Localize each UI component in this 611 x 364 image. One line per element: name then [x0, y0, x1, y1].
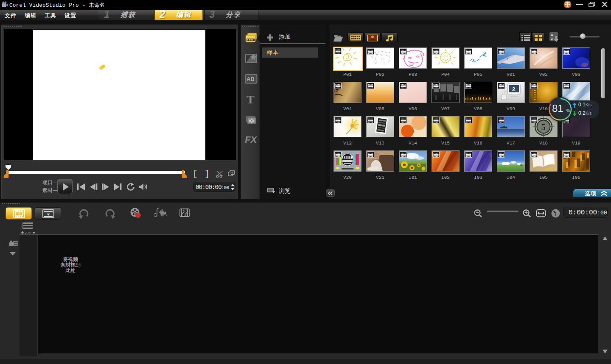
svg-text:Z: Z	[551, 37, 553, 41]
svg-text:AB: AB	[247, 76, 255, 82]
svg-text:A: A	[551, 33, 553, 37]
svg-text:2: 2	[512, 86, 515, 92]
svg-text:5: 5	[541, 122, 546, 132]
